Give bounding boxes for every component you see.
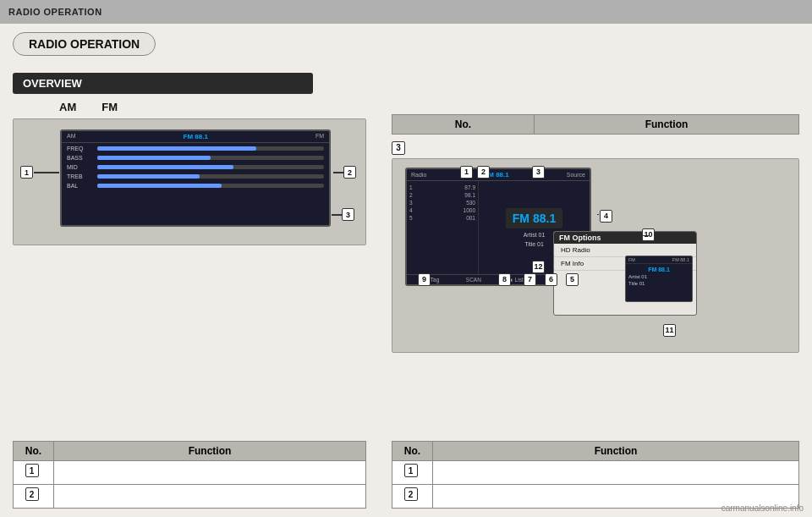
row-no: 1 [14, 461, 54, 485]
diag-badge-1: 1 [460, 166, 473, 179]
row-no: 2 [392, 485, 433, 509]
left-function-table: No. Function 1 2 [13, 441, 366, 509]
row-func [54, 461, 366, 485]
diag-badge-9: 9 [418, 273, 431, 286]
table-row: 2 [14, 485, 366, 509]
diag-badge-2: 2 [477, 166, 490, 179]
right-diagram: Radio FM 88.1 Source 187.9 298.1 3530 41… [392, 158, 799, 353]
radio-operation-heading: RADIO OPERATION [13, 32, 156, 56]
left-diagram-content: AM FM 88.1 FM FREQ BASS [14, 119, 365, 245]
badge-2-b: 2 [404, 487, 418, 501]
overview-heading: OVERVIEW [13, 73, 313, 94]
right-bottom-func-header: Function [433, 442, 799, 461]
left-diagram: AM FM 88.1 FM FREQ BASS [13, 118, 366, 245]
right-bottom-table: No. Function 1 2 [392, 441, 799, 509]
badge-3-right: 3 [392, 141, 405, 155]
row-func [54, 485, 366, 509]
diag-badge-5: 5 [566, 273, 579, 286]
left-table-no-header: No. [14, 442, 54, 461]
radio-header-left: Radio [411, 172, 426, 178]
table-row: 1 [392, 461, 799, 485]
badge-1: 1 [25, 464, 39, 477]
diag-badge-6: 6 [545, 273, 557, 286]
main-content: RADIO OPERATION OVERVIEW AM FM AM FM 88.… [0, 24, 812, 517]
badge-3-left: 3 [342, 208, 354, 221]
badge-2-left: 2 [343, 166, 356, 179]
am-fm-labels: AM FM [13, 101, 366, 113]
badge-2: 2 [25, 487, 39, 501]
badge-1-left: 1 [20, 166, 33, 179]
table-row: 1 [14, 461, 366, 485]
artist-label: Artist 01 [524, 232, 546, 238]
right-column: No. Function 3 Radio FM 88.1 Source [379, 24, 812, 517]
fm-options-title: FM Options [554, 232, 696, 244]
right-top-no-header: No. [392, 114, 535, 134]
right-top-func-header: Function [535, 114, 799, 134]
fm-label: FM [102, 101, 118, 113]
row-func [433, 461, 799, 485]
right-top-table: No. Function [392, 114, 799, 135]
topbar-title: RADIO OPERATION [8, 7, 102, 17]
left-column: RADIO OPERATION OVERVIEW AM FM AM FM 88.… [0, 24, 379, 517]
left-table-func-header: Function [54, 442, 366, 461]
badge-1-b: 1 [404, 464, 418, 477]
diag-badge-12: 12 [532, 261, 545, 273]
diag-badge-8: 8 [498, 273, 511, 286]
diag-badge-7: 7 [524, 273, 536, 286]
diag-badge-4: 4 [600, 210, 612, 223]
watermark: carmanualsonline.info [721, 503, 804, 513]
row-no: 1 [392, 461, 433, 485]
am-label: AM [59, 101, 76, 113]
right-bottom-no-header: No. [392, 442, 433, 461]
diag-badge-11: 11 [663, 324, 676, 337]
title-label: Title 01 [524, 241, 544, 247]
topbar: RADIO OPERATION [0, 0, 812, 24]
diag-badge-3: 3 [532, 166, 545, 179]
radio-header-right: Source [567, 172, 585, 178]
row-no: 2 [14, 485, 54, 509]
